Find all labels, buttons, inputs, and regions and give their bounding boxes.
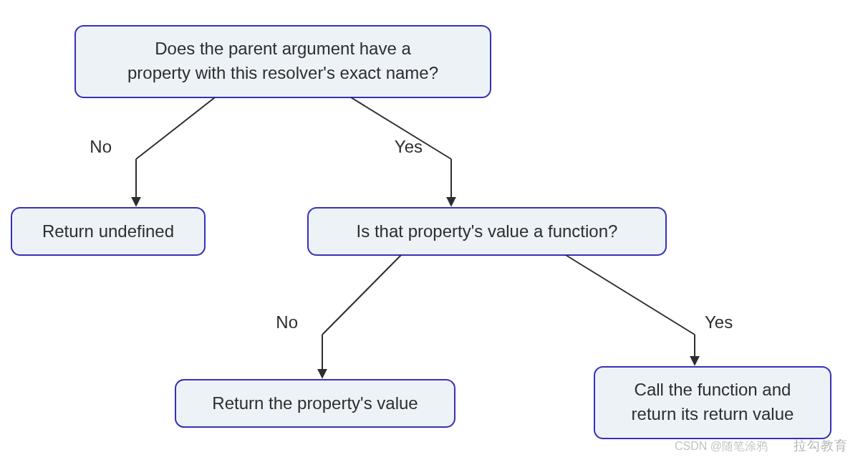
node-call-function-line1: Call the function and [635,380,791,399]
svg-line-11 [566,255,695,335]
edge-root-yes-label: Yes [395,137,423,156]
edge-root-no: No [90,97,215,205]
edge-fn-no: No [276,255,401,377]
svg-line-5 [136,97,215,159]
edge-fn-yes: Yes [566,255,733,364]
node-return-undefined-text: Return undefined [42,221,174,241]
svg-line-9 [322,255,401,335]
flowchart-canvas: Does the parent argument have a property… [0,0,868,460]
node-call-function: Call the function and return its return … [594,367,831,439]
node-return-value: Return the property's value [175,380,455,427]
node-is-function: Is that property's value a function? [308,208,666,255]
edge-root-yes: Yes [351,97,451,205]
node-root: Does the parent argument have a property… [75,26,491,97]
node-return-undefined: Return undefined [11,208,205,255]
node-return-value-text: Return the property's value [212,393,418,413]
node-root-line2: property with this resolver's exact name… [127,63,438,82]
node-root-line1: Does the parent argument have a [155,39,411,58]
node-is-function-text: Is that property's value a function? [357,221,618,241]
edge-fn-no-label: No [276,312,298,332]
svg-rect-0 [75,26,491,97]
svg-rect-4 [594,367,831,439]
edge-fn-yes-label: Yes [705,312,733,332]
edge-root-no-label: No [90,137,112,156]
node-call-function-line2: return its return value [632,404,794,423]
